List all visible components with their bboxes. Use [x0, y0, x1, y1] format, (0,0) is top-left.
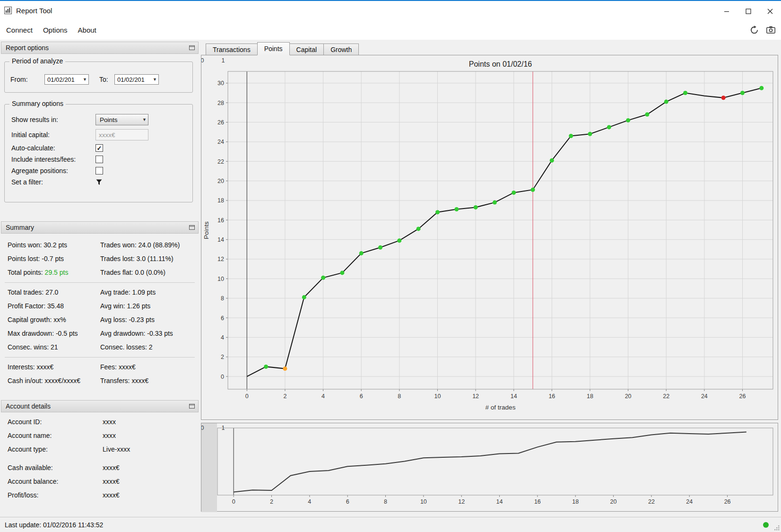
float-panel-button-summary[interactable] — [189, 225, 195, 230]
divider — [5, 357, 195, 358]
menu-item-connect[interactable]: Connect — [1, 20, 38, 40]
summary-row: Profit Factor: 35.48 Avg win: 1.26 pts — [1, 299, 199, 313]
svg-text:18: 18 — [217, 197, 224, 204]
float-panel-button-report-options[interactable] — [189, 45, 195, 50]
account-type-value: Live-xxxx — [103, 443, 199, 456]
menu-item-about[interactable]: About — [73, 20, 102, 40]
show-results-combobox[interactable]: Points ▼ — [95, 114, 148, 125]
svg-text:8: 8 — [221, 295, 224, 302]
chart-area: Transactions Points Capital Growth 02468… — [201, 42, 778, 517]
svg-text:24: 24 — [701, 393, 708, 400]
resize-grip[interactable] — [774, 525, 780, 531]
points-chart-panel[interactable]: 0246810121416182022242602468101214161820… — [201, 55, 778, 420]
include-interests-checkbox[interactable] — [95, 156, 103, 163]
report-options-body: Period of analyze From: 01/02/201 ▼ To: … — [1, 61, 199, 221]
period-row: From: 01/02/201 ▼ To: 01/02/201 ▼ — [10, 74, 189, 85]
svg-text:20: 20 — [217, 178, 224, 184]
svg-text:0: 0 — [221, 374, 224, 380]
account-row: Account balance: xxxx€ — [1, 475, 199, 488]
account-row: Account ID: xxxx — [1, 415, 199, 429]
tab-points[interactable]: Points — [257, 42, 290, 55]
cash-available-value: xxxx€ — [103, 461, 199, 475]
menu-toolbar-icons — [750, 20, 775, 40]
auto-calculate-label: Auto-calculate: — [11, 144, 95, 152]
svg-text:16: 16 — [217, 217, 224, 224]
svg-text:Points: Points — [203, 221, 210, 239]
aggregate-positions-checkbox[interactable] — [95, 167, 103, 174]
tab-capital[interactable]: Capital — [289, 44, 324, 55]
avg-trade: Avg trade: 1.09 pts — [100, 286, 199, 299]
max-drawdown: Max drawdown: -0.5 pts — [8, 327, 100, 340]
chevron-down-icon: ▼ — [153, 77, 157, 82]
left-panel: Report options Period of analyze From: 0… — [1, 42, 199, 517]
float-panel-icon — [189, 45, 195, 50]
points-line-chart: 0246810121416182022242602468101214161820… — [201, 55, 779, 420]
svg-text:24: 24 — [217, 139, 224, 145]
to-date-combobox[interactable]: 01/02/201 ▼ — [114, 74, 159, 85]
svg-text:12: 12 — [472, 393, 479, 400]
minimize-button[interactable] — [716, 2, 738, 21]
consec-losses: Consec. losses: 2 — [100, 340, 199, 354]
float-panel-button-account-details[interactable] — [189, 404, 195, 409]
account-balance-label: Account balance: — [8, 475, 103, 488]
tab-bar: Transactions Points Capital Growth — [201, 42, 778, 55]
profit-factor: Profit Factor: 35.48 — [8, 299, 100, 313]
maximize-icon — [746, 9, 751, 14]
account-row: Cash available: xxxx€ — [1, 461, 199, 475]
float-panel-icon — [189, 225, 195, 230]
title-bar: Report Tool — [0, 0, 781, 20]
from-date-combobox[interactable]: 01/02/201 ▼ — [44, 74, 89, 85]
account-row: Account type: Live-xxxx — [1, 443, 199, 456]
account-name-value: xxxx — [103, 429, 199, 443]
svg-text:26: 26 — [739, 393, 746, 400]
overview-chart-panel[interactable]: 0246810121416182022242601 — [201, 423, 778, 512]
fees: Fees: xxxx€ — [100, 360, 199, 374]
avg-win: Avg win: 1.26 pts — [100, 299, 199, 313]
svg-text:18: 18 — [572, 498, 579, 505]
account-type-label: Account type: — [8, 443, 103, 456]
svg-text:0: 0 — [245, 393, 249, 400]
cash-available-label: Cash available: — [8, 461, 103, 475]
svg-text:8: 8 — [384, 498, 387, 505]
refresh-button[interactable] — [750, 26, 759, 35]
account-id-label: Account ID: — [8, 415, 103, 429]
tab-growth[interactable]: Growth — [323, 44, 359, 55]
auto-calculate-checkbox[interactable] — [95, 144, 103, 152]
svg-text:10: 10 — [217, 276, 224, 282]
connection-status-dot — [763, 522, 769, 528]
account-balance-value: xxxx€ — [103, 475, 199, 488]
minimize-icon — [724, 9, 729, 14]
avg-loss: Avg loss: -0.23 pts — [100, 313, 199, 327]
to-date-value: 01/02/201 — [117, 76, 145, 83]
period-of-analyze-groupbox: Period of analyze From: 01/02/201 ▼ To: … — [4, 61, 193, 93]
summary-options-title: Summary options — [9, 100, 66, 107]
filter-button[interactable] — [95, 179, 103, 186]
tab-transactions[interactable]: Transactions — [206, 44, 258, 55]
svg-text:30: 30 — [217, 80, 224, 87]
close-button[interactable] — [759, 2, 781, 21]
consec-wins: Consec. wins: 21 — [8, 340, 100, 354]
summary-title: Summary — [6, 224, 34, 231]
refresh-icon — [750, 26, 759, 35]
account-row: Account name: xxxx — [1, 429, 199, 443]
account-details-title: Account details — [6, 402, 51, 410]
summary-row: Total points: 29.5 pts Trades flat: 0.0 … — [1, 266, 199, 279]
last-update-text: Last update: 01/02/2016 11:43:52 — [5, 521, 103, 529]
svg-text:6: 6 — [221, 315, 224, 322]
svg-text:10: 10 — [434, 393, 441, 400]
svg-text:24: 24 — [686, 498, 693, 505]
from-label: From: — [10, 76, 44, 83]
svg-text:26: 26 — [724, 498, 731, 505]
window-controls — [716, 2, 781, 21]
maximize-button[interactable] — [738, 2, 759, 21]
report-options-title: Report options — [6, 44, 49, 52]
svg-text:1: 1 — [222, 57, 225, 64]
aggregate-positions-label: Agregate positions: — [11, 167, 95, 174]
chevron-down-icon: ▼ — [142, 117, 147, 122]
summary-row: Total trades: 27.0 Avg trade: 1.09 pts — [1, 286, 199, 299]
summary-row: Max drawdown: -0.5 pts Avg drawdown: -0.… — [1, 327, 199, 340]
show-results-label: Show results in: — [11, 116, 95, 123]
svg-text:16: 16 — [548, 393, 555, 400]
menu-item-options[interactable]: Options — [38, 20, 73, 40]
screenshot-button[interactable] — [766, 26, 775, 34]
